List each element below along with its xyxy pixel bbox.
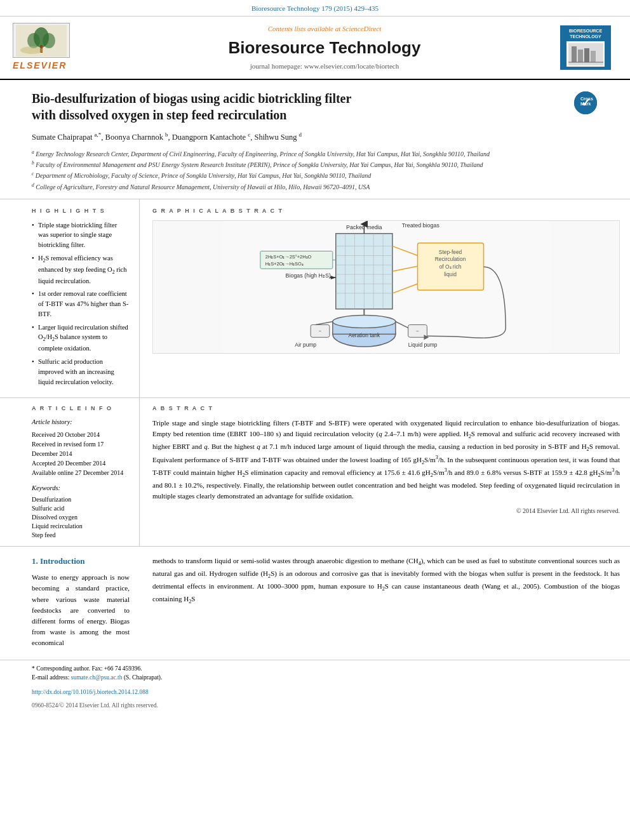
svg-rect-10 — [591, 51, 596, 62]
highlights-heading: H I G H L I G H T S — [32, 207, 129, 215]
received-date: Received 20 October 2014 — [32, 430, 129, 439]
svg-text:Step-feed: Step-feed — [439, 248, 462, 255]
journal-title-area: Contents lists available at ScienceDirec… — [89, 24, 560, 72]
journal-title: Bioresource Technology — [95, 36, 554, 59]
svg-point-2 — [27, 33, 40, 48]
introduction-section: 1. Introduction Waste to energy approach… — [0, 547, 630, 653]
svg-text:~: ~ — [319, 328, 321, 334]
svg-point-3 — [43, 33, 55, 48]
affiliations: a Energy Technology Research Center, Dep… — [32, 149, 598, 192]
crossmark-icon: ✓ Cross Mark — [574, 91, 597, 114]
svg-text:2H₂S+O₂→2S°+2H₂O: 2H₂S+O₂→2S°+2H₂O — [265, 254, 312, 260]
elsevier-logo: ELSEVIER — [13, 23, 89, 72]
keyword-liquid-recirculation: Liquid recirculation — [32, 522, 129, 531]
intro-right-col: methods to transform liquid or semi-soli… — [140, 556, 630, 653]
article-header: Bio-desulfurization of biogas using acid… — [0, 80, 630, 199]
article-title-container: Bio-desulfurization of biogas using acid… — [32, 90, 598, 123]
svg-rect-8 — [578, 50, 583, 62]
highlights-graphical-row: H I G H L I G H T S Triple stage biotric… — [0, 199, 630, 398]
copyright-footer: 0960-8524/© 2014 Elsevier Ltd. All right… — [0, 700, 630, 712]
graphical-abstract-heading: G R A P H I C A L A B S T R A C T — [152, 207, 620, 215]
svg-rect-7 — [572, 46, 577, 62]
elsevier-text: ELSEVIER — [13, 60, 67, 72]
article-history-title: Article history: — [32, 418, 129, 427]
corresponding-author-note: * Corresponding author. Fax: +66 74 4593… — [32, 664, 598, 673]
intro-right-paragraph: methods to transform liquid or semi-soli… — [152, 556, 620, 606]
keyword-step-feed: Step feed — [32, 531, 129, 540]
affiliation-c: c Department of Microbiology, Faculty of… — [32, 170, 598, 180]
highlight-item: 1st order removal rate coefficient of T-… — [32, 289, 129, 319]
highlights-section: H I G H L I G H T S Triple stage biotric… — [0, 199, 140, 397]
svg-text:Biogas (high H₂S): Biogas (high H₂S) — [286, 272, 331, 279]
sciencedirect-link-text: ScienceDirect — [342, 25, 381, 32]
diagram-container: Packed media Treated biogas — [152, 220, 620, 354]
process-diagram: Packed media Treated biogas — [153, 221, 619, 353]
highlight-item: H2S removal efficiency was enhanced by s… — [32, 253, 129, 286]
email-note: E-mail address: sumate.ch@psu.ac.th (S. … — [32, 673, 598, 682]
keyword-desulfurization: Desulfurization — [32, 495, 129, 504]
highlights-list: Triple stage biotrickling filter was sup… — [32, 220, 129, 387]
abstract-heading: A B S T R A C T — [152, 404, 620, 413]
svg-text:liquid: liquid — [444, 271, 457, 277]
authors-line: Sumate Chaiprapat a,*, Boonya Charnnok b… — [32, 131, 598, 143]
svg-text:H₂S+2O₂→H₂SO₄: H₂S+2O₂→H₂SO₄ — [265, 261, 304, 267]
svg-text:Recirculation: Recirculation — [435, 256, 466, 262]
journal-logo-area: BIORESOURCETECHNOLOGY — [560, 25, 617, 70]
doi-section: http://dx.doi.org/10.1016/j.biortech.201… — [0, 686, 630, 699]
footnote-text: * Corresponding author. Fax: +66 74 4593… — [32, 664, 598, 683]
svg-point-5 — [20, 46, 43, 54]
graphical-abstract-section: G R A P H I C A L A B S T R A C T — [140, 199, 630, 397]
issn-copyright: 0960-8524/© 2014 Elsevier Ltd. All right… — [32, 702, 158, 709]
svg-text:Liquid pump: Liquid pump — [408, 342, 438, 348]
email-link[interactable]: sumate.ch@psu.ac.th — [71, 674, 123, 681]
elsevier-logo-area: ELSEVIER — [13, 23, 89, 72]
abstract-copyright: © 2014 Elsevier Ltd. All rights reserved… — [152, 507, 620, 516]
svg-text:of O₂ rich: of O₂ rich — [439, 263, 462, 270]
article-info-section: A R T I C L E I N F O Article history: R… — [0, 398, 140, 546]
keyword-dissolved-oxygen: Dissolved oxygen — [32, 513, 129, 522]
svg-text:Mark: Mark — [580, 102, 591, 106]
keyword-sulfuric-acid: Sulfuric acid — [32, 504, 129, 513]
journal-volume-info: Bioresource Technology 179 (2015) 429–43… — [0, 0, 630, 17]
article-title-text: Bio-desulfurization of biogas using acid… — [32, 90, 566, 123]
footnote-section: * Corresponding author. Fax: +66 74 4593… — [0, 660, 630, 686]
svg-text:Aeration tank: Aeration tank — [349, 332, 380, 338]
highlight-item: Sulfuric acid production improved with a… — [32, 357, 129, 387]
available-online-date: Available online 27 December 2014 — [32, 468, 129, 477]
intro-left-paragraph: Waste to energy approach is now becoming… — [32, 572, 130, 648]
journal-logo-text: BIORESOURCETECHNOLOGY — [569, 29, 602, 39]
svg-point-49 — [333, 315, 396, 328]
abstract-text: Triple stage and single stage biotrickli… — [152, 418, 620, 502]
doi-link[interactable]: http://dx.doi.org/10.1016/j.biortech.201… — [32, 689, 149, 695]
crossmark-badge[interactable]: ✓ Cross Mark — [573, 90, 598, 116]
accepted-date: Accepted 20 December 2014 — [32, 458, 129, 468]
revised-date: Received in revised form 17 December 201… — [32, 439, 129, 458]
journal-homepage: journal homepage: www.elsevier.com/locat… — [95, 62, 554, 71]
article-info-abstract-row: A R T I C L E I N F O Article history: R… — [0, 398, 630, 547]
highlight-item: Larger liquid recirculation shifted O2/H… — [32, 323, 129, 354]
svg-text:Cross: Cross — [580, 97, 593, 101]
abstract-section: A B S T R A C T Triple stage and single … — [140, 398, 630, 546]
affiliation-a: a Energy Technology Research Center, Dep… — [32, 149, 598, 159]
sciencedirect-notice: Contents lists available at ScienceDirec… — [95, 24, 554, 34]
affiliation-b: b Faculty of Environmental Management an… — [32, 159, 598, 170]
svg-text:Air pump: Air pump — [295, 342, 316, 348]
article-history: Article history: Received 20 October 201… — [32, 418, 129, 477]
affiliation-d: d College of Agriculture, Forestry and N… — [32, 182, 598, 192]
elsevier-tree-image — [13, 23, 70, 58]
journal-header: ELSEVIER Contents lists available at Sci… — [0, 17, 630, 80]
intro-left-col: 1. Introduction Waste to energy approach… — [0, 556, 140, 653]
intro-section-number: 1. Introduction — [32, 556, 85, 566]
journal-logo-box: BIORESOURCETECHNOLOGY — [560, 25, 611, 70]
highlight-item: Triple stage biotrickling filter was sup… — [32, 220, 129, 250]
volume-label: Bioresource Technology 179 (2015) 429–43… — [251, 4, 379, 12]
keywords-section: Keywords: Desulfurization Sulfuric acid … — [32, 484, 129, 540]
svg-text:Treated biogas: Treated biogas — [402, 222, 440, 228]
svg-text:~: ~ — [416, 328, 419, 334]
svg-rect-9 — [584, 48, 589, 62]
keywords-title: Keywords: — [32, 484, 129, 493]
journal-logo-inner-image — [566, 41, 605, 67]
article-info-heading: A R T I C L E I N F O — [32, 404, 129, 413]
